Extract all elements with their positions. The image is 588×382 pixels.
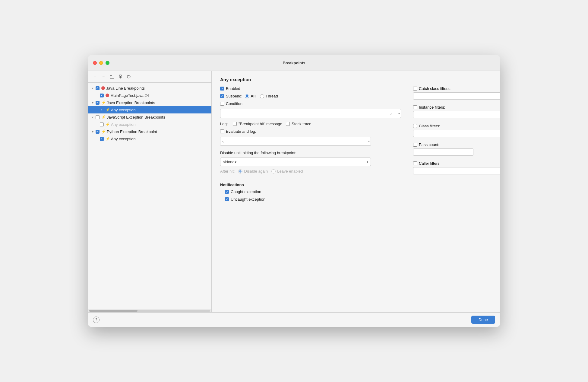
suspend-thread-radio[interactable]	[260, 94, 264, 98]
suspend-checkbox-label[interactable]: Suspend:	[220, 94, 242, 98]
class-label-row: Class filters:	[413, 124, 500, 128]
suspend-row: Suspend: All Thread	[220, 94, 401, 98]
tree-group-python-exception[interactable]: ▾ ⚡ Python Exception Breakpoint	[88, 128, 211, 135]
leave-enabled-radio[interactable]	[271, 169, 276, 173]
folder-button[interactable]	[109, 73, 115, 80]
scrollbar-track	[89, 310, 210, 312]
enabled-checkbox[interactable]	[220, 87, 224, 91]
disable-again-radio[interactable]	[238, 169, 242, 173]
help-button[interactable]: ?	[93, 317, 100, 323]
class-input[interactable]	[413, 130, 500, 137]
expand-icon[interactable]: ⤢	[390, 112, 393, 116]
none-select-wrapper: <None> ▾	[220, 158, 371, 166]
pin-button[interactable]	[117, 73, 124, 80]
lightning-icon: ⚡	[106, 108, 110, 112]
suspend-thread-option[interactable]: Thread	[260, 94, 278, 98]
add-breakpoint-button[interactable]: +	[92, 73, 98, 80]
leave-enabled-label: Leave enabled	[277, 169, 303, 173]
dropdown-icon[interactable]: ▾	[368, 140, 370, 143]
enabled-checkbox-label[interactable]: Enabled	[220, 86, 240, 91]
caller-checkbox[interactable]	[413, 161, 417, 165]
uncaught-exception-checkbox[interactable]	[225, 197, 229, 201]
pass-count-input-row	[413, 148, 500, 156]
tree-group-javascript-exception[interactable]: ▾ ⚡ JavaScript Exception Breakpoints	[88, 113, 211, 121]
uncaught-exception-label[interactable]: Uncaught exception	[220, 197, 265, 202]
java-exception-checkbox[interactable]	[96, 101, 100, 105]
main-page-test-checkbox[interactable]	[100, 94, 104, 97]
none-option-text: <None>	[223, 160, 237, 164]
none-select[interactable]: <None> ▾	[220, 158, 371, 166]
disable-again-label: Disable again	[244, 169, 268, 173]
tree-group-java-line[interactable]: ▾ Java Line Breakpoints	[88, 84, 211, 92]
evaluate-input[interactable]	[220, 137, 371, 146]
tree-item-python-any-exception[interactable]: ⚡ Any exception	[88, 135, 211, 142]
suspend-all-radio[interactable]	[245, 94, 249, 98]
condition-checkbox-label[interactable]: Condition:	[220, 101, 244, 106]
refresh-button[interactable]	[125, 73, 132, 80]
lightning-icon: ⚡	[106, 137, 110, 141]
caught-exception-label[interactable]: Caught exception	[220, 189, 261, 194]
catch-class-checkbox[interactable]	[413, 87, 417, 91]
suspend-thread-label: Thread	[266, 94, 278, 98]
log-message-checkbox-label[interactable]: "Breakpoint hit" message	[233, 122, 282, 126]
log-stack-trace-checkbox[interactable]	[286, 122, 290, 126]
javascript-exception-label: JavaScript Exception Breakpoints	[107, 115, 165, 119]
tree-item-java-any-exception[interactable]: ⚡ Any exception	[88, 106, 211, 113]
log-message-checkbox[interactable]	[233, 122, 237, 126]
dropdown-icon[interactable]: ▾	[398, 112, 400, 115]
javascript-exception-checkbox[interactable]	[96, 115, 100, 119]
tree-item-main-page-test[interactable]: MainPageTest.java:24	[88, 92, 211, 99]
title-bar: Breakpoints	[88, 55, 500, 71]
instance-checkbox[interactable]	[413, 105, 417, 109]
leave-enabled-option[interactable]: Leave enabled	[271, 169, 303, 173]
maximize-button[interactable]	[106, 61, 109, 65]
caught-exception-checkbox[interactable]	[225, 190, 229, 194]
tree-item-js-any-exception[interactable]: ⚡ Any exception	[88, 121, 211, 128]
log-row: Log: "Breakpoint hit" message Stack trac…	[220, 122, 401, 126]
disable-again-option[interactable]: Disable again	[238, 169, 268, 173]
condition-input[interactable]	[220, 109, 401, 118]
catch-class-input[interactable]	[413, 92, 500, 100]
condition-input-wrapper: ⤢ ▾	[220, 109, 401, 118]
suspend-checkbox[interactable]	[220, 94, 224, 98]
scrollbar-thumb	[89, 310, 138, 312]
suspend-all-label: All	[251, 94, 256, 98]
tree-scrollbar[interactable]	[88, 309, 211, 312]
log-stack-trace-checkbox-label[interactable]: Stack trace	[286, 122, 311, 126]
instance-input[interactable]	[413, 111, 500, 118]
bottom-bar: ? Done	[88, 312, 500, 327]
evaluate-checkbox[interactable]	[220, 129, 224, 133]
filters-sidebar: Catch class filters:	[413, 86, 500, 205]
evaluate-label: Evaluate and log:	[226, 129, 256, 134]
java-any-exception-checkbox[interactable]	[100, 108, 104, 112]
tree-group-java-exception[interactable]: ▾ ⚡ Java Exception Breakpoints	[88, 99, 211, 106]
breakpoints-tree: ▾ Java Line Breakpoints MainPageTest.jav…	[88, 83, 211, 309]
python-exception-checkbox[interactable]	[96, 130, 100, 134]
uncaught-exception-row: Uncaught exception	[220, 197, 401, 202]
pass-count-label-row: Pass count:	[413, 142, 500, 147]
caller-input[interactable]	[413, 167, 500, 174]
java-line-checkbox[interactable]	[96, 86, 100, 90]
lightning-icon: ⚡	[101, 115, 106, 119]
caller-filter-section: Caller filters:	[413, 161, 500, 174]
class-input-row	[413, 130, 500, 137]
after-hit-label: After hit:	[220, 169, 235, 173]
class-checkbox[interactable]	[413, 124, 417, 128]
class-label: Class filters:	[419, 124, 440, 128]
python-any-exception-checkbox[interactable]	[100, 137, 104, 141]
done-button[interactable]: Done	[471, 316, 495, 324]
chevron-down-icon: ▾	[90, 116, 95, 119]
pass-count-input[interactable]	[413, 148, 473, 156]
expand-corner-icon[interactable]: ⤡	[222, 140, 225, 144]
js-any-exception-checkbox[interactable]	[100, 123, 104, 126]
minimize-button[interactable]	[99, 61, 103, 65]
condition-checkbox[interactable]	[220, 102, 224, 106]
catch-class-label-row: Catch class filters:	[413, 86, 500, 91]
evaluate-checkbox-label[interactable]: Evaluate and log:	[220, 129, 256, 134]
enabled-row: Enabled	[220, 86, 401, 91]
remove-breakpoint-button[interactable]: −	[100, 73, 107, 80]
pass-count-checkbox[interactable]	[413, 143, 417, 147]
notifications-title: Notifications	[220, 183, 401, 187]
suspend-all-option[interactable]: All	[245, 94, 256, 98]
close-button[interactable]	[93, 61, 97, 65]
